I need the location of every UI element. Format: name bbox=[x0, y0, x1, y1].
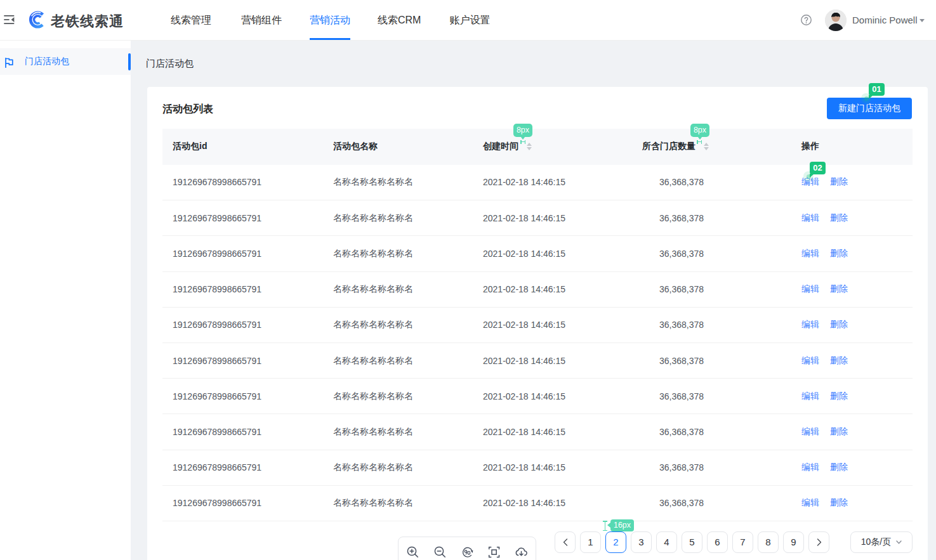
gap-label: 16px bbox=[614, 521, 631, 530]
cell-id: 191269678998665791 bbox=[162, 200, 323, 236]
pagination-page-button[interactable]: 3 bbox=[631, 531, 652, 553]
pagination-page-button[interactable]: 9 bbox=[783, 531, 804, 553]
cell-actions: 编辑删除 bbox=[791, 200, 913, 236]
pagination-page-button[interactable]: 2 bbox=[605, 531, 626, 553]
edit-link[interactable]: 编辑 bbox=[801, 426, 819, 436]
cell-created: 2021-02-18 14:46:15 bbox=[473, 236, 632, 271]
cell-id: 191269678998665791 bbox=[162, 450, 323, 485]
nav-item[interactable]: 账户设置 bbox=[449, 0, 490, 41]
caret-down-icon bbox=[704, 147, 709, 150]
beam-tick bbox=[697, 140, 698, 144]
delete-link[interactable]: 删除 bbox=[830, 212, 848, 223]
marker-label: 02 bbox=[813, 163, 822, 173]
cell-created: 2021-02-18 14:46:15 bbox=[473, 450, 632, 485]
sorter-carets-icon[interactable] bbox=[527, 143, 532, 150]
cell-created: 2021-02-18 14:46:15 bbox=[473, 307, 632, 342]
cell-count: 36,368,378 bbox=[632, 236, 791, 271]
cell-id: 191269678998665791 bbox=[162, 414, 323, 450]
delete-link[interactable]: 删除 bbox=[830, 355, 848, 365]
cell-actions: 编辑删除 bbox=[791, 379, 913, 414]
table-body: 191269678998665791 名称名称名称名称名 2021-02-18 … bbox=[162, 165, 913, 521]
table-row: 191269678998665791 名称名称名称名称名 2021-02-18 … bbox=[162, 342, 913, 378]
table-row: 191269678998665791 名称名称名称名称名 2021-02-18 … bbox=[162, 236, 913, 271]
sorter-carets-icon[interactable] bbox=[704, 143, 709, 150]
edit-link[interactable]: 编辑 bbox=[801, 319, 819, 329]
main-nav: 线索管理 营销组件 营销活动 线索CRM 账户设置 bbox=[171, 0, 490, 41]
delete-link[interactable]: 删除 bbox=[830, 283, 848, 294]
edit-link[interactable]: 编辑 bbox=[801, 212, 819, 223]
edit-link[interactable]: 编辑 bbox=[801, 355, 819, 365]
cloud-download-icon[interactable] bbox=[515, 546, 527, 558]
cell-actions: 编辑删除 bbox=[791, 342, 913, 378]
zoom-in-icon[interactable] bbox=[407, 546, 419, 558]
cell-count: 36,368,378 bbox=[632, 414, 791, 450]
sidebar: 门店活动包 bbox=[0, 41, 131, 560]
gap-beam-8px-created bbox=[520, 140, 525, 144]
edit-link[interactable]: 编辑 bbox=[801, 248, 819, 258]
cell-id: 191269678998665791 bbox=[162, 485, 323, 521]
nav-item[interactable]: 线索管理 bbox=[171, 0, 211, 41]
nav-item[interactable]: 线索CRM bbox=[378, 0, 421, 41]
image-viewer-toolbar bbox=[398, 537, 536, 560]
avatar-image bbox=[825, 10, 847, 31]
beam-tick bbox=[603, 530, 607, 531]
user-dropdown-caret-icon[interactable] bbox=[920, 19, 925, 22]
help-icon[interactable] bbox=[801, 15, 812, 25]
nav-item[interactable]: 营销活动 bbox=[310, 0, 350, 41]
menu-fold-icon[interactable] bbox=[4, 15, 15, 25]
page-size-select[interactable]: 10条/页 bbox=[850, 531, 913, 553]
zoom-out-icon[interactable] bbox=[434, 546, 446, 558]
cell-created: 2021-02-18 14:46:15 bbox=[473, 485, 632, 521]
delete-link[interactable]: 删除 bbox=[830, 248, 848, 258]
delete-link[interactable]: 删除 bbox=[830, 391, 848, 401]
package-table: 活动包id 活动包名称 创建时间 所含门店数量 操作 1912696789986… bbox=[162, 129, 913, 521]
table-row: 191269678998665791 名称名称名称名称名 2021-02-18 … bbox=[162, 307, 913, 342]
tag-pointer bbox=[607, 523, 610, 528]
table-row: 191269678998665791 名称名称名称名称名 2021-02-18 … bbox=[162, 414, 913, 450]
pagination-page-button[interactable]: 7 bbox=[732, 531, 753, 553]
col-header-created[interactable]: 创建时间 bbox=[473, 129, 632, 165]
gap-beam-16px-pagination bbox=[603, 521, 607, 531]
delete-link[interactable]: 删除 bbox=[830, 319, 848, 329]
pagination-page-button[interactable]: 8 bbox=[758, 531, 779, 553]
user-name[interactable]: Dominic Powell bbox=[852, 0, 918, 41]
gap-beam-8px-count bbox=[697, 140, 702, 144]
delete-link[interactable]: 删除 bbox=[830, 426, 848, 436]
cell-name: 名称名称名称名称名 bbox=[323, 414, 473, 450]
user-avatar[interactable] bbox=[825, 10, 847, 31]
cell-name: 名称名称名称名称名 bbox=[323, 200, 473, 236]
delete-link[interactable]: 删除 bbox=[830, 497, 848, 507]
delete-link[interactable]: 删除 bbox=[830, 176, 848, 186]
col-header-name[interactable]: 活动包名称 bbox=[323, 129, 473, 165]
pagination-page-button[interactable]: 6 bbox=[707, 531, 728, 553]
rotate-90-icon[interactable] bbox=[461, 546, 473, 558]
col-header-id[interactable]: 活动包id bbox=[162, 129, 323, 165]
pagination-prev-button[interactable] bbox=[555, 531, 576, 553]
cell-id: 191269678998665791 bbox=[162, 379, 323, 414]
beam-tick bbox=[603, 521, 607, 522]
delete-link[interactable]: 删除 bbox=[830, 462, 848, 472]
pagination-page-button[interactable]: 5 bbox=[682, 531, 702, 553]
cell-name: 名称名称名称名称名 bbox=[323, 450, 473, 485]
select-caret-icon bbox=[896, 540, 902, 544]
cell-id: 191269678998665791 bbox=[162, 165, 323, 200]
edit-link[interactable]: 编辑 bbox=[801, 283, 819, 294]
edit-link[interactable]: 编辑 bbox=[801, 497, 819, 507]
cell-created: 2021-02-18 14:46:15 bbox=[473, 414, 632, 450]
logo-text: 老铁线索通 bbox=[51, 12, 124, 31]
fit-screen-icon[interactable] bbox=[488, 546, 500, 558]
pagination-page-button[interactable]: 4 bbox=[656, 531, 677, 553]
cell-created: 2021-02-18 14:46:15 bbox=[473, 200, 632, 236]
pagination-page-button[interactable]: 1 bbox=[580, 531, 601, 553]
col-header-count[interactable]: 所含门店数量 bbox=[632, 129, 791, 165]
nav-item[interactable]: 营销组件 bbox=[241, 0, 282, 41]
cell-id: 191269678998665791 bbox=[162, 236, 323, 271]
cell-actions: 编辑删除 bbox=[791, 414, 913, 450]
sidebar-item-store-activity-package[interactable]: 门店活动包 bbox=[0, 48, 131, 75]
beam-tick bbox=[525, 140, 526, 144]
edit-link[interactable]: 编辑 bbox=[801, 462, 819, 472]
pagination-next-button[interactable] bbox=[808, 531, 829, 553]
table-header-row: 活动包id 活动包名称 创建时间 所含门店数量 操作 bbox=[162, 129, 913, 165]
cell-name: 名称名称名称名称名 bbox=[323, 379, 473, 414]
edit-link[interactable]: 编辑 bbox=[801, 391, 819, 401]
